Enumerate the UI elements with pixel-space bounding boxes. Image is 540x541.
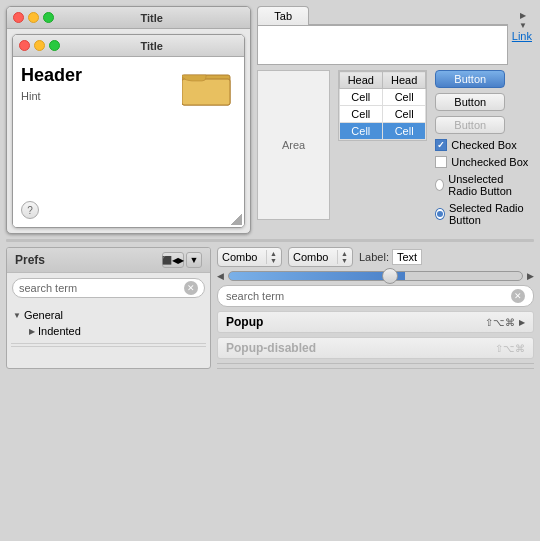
svg-rect-1 [182, 79, 230, 105]
help-button[interactable]: ? [21, 201, 39, 219]
zoom-button[interactable] [43, 12, 54, 23]
table-cell: Cell [339, 123, 382, 140]
prefs-dropdown-btn[interactable]: ▼ [186, 252, 202, 268]
table-row[interactable]: Cell Cell [339, 89, 426, 106]
section-separator [6, 239, 534, 242]
resize-handle[interactable] [230, 213, 242, 225]
radio-unselected-label: Unselected Radio Button [448, 173, 534, 197]
minimize-button[interactable] [28, 12, 39, 23]
area-panel: Area [257, 70, 329, 220]
checkbox-unchecked[interactable] [435, 156, 447, 168]
checkbox-checked[interactable]: ✓ [435, 139, 447, 151]
slider-left-icon[interactable]: ◀ [217, 271, 224, 281]
slider-right-icon[interactable]: ▶ [527, 271, 534, 281]
prefs-search-field[interactable]: ✕ [12, 278, 205, 298]
traffic-lights [13, 12, 54, 23]
prefs-nav: ⬛◀▶ ▼ [162, 252, 202, 268]
prefs-list: ▼ General ▶ Indented [7, 303, 210, 351]
inner-window: Title Header Hint [12, 34, 245, 228]
combo-box-1[interactable]: Combo ▲ ▼ [217, 247, 282, 267]
tab-tab[interactable]: Tab [257, 6, 309, 25]
label-value: Text [392, 249, 422, 265]
label-static: Label: [359, 251, 389, 263]
inner-close-button[interactable] [19, 40, 30, 51]
link-button[interactable]: Link [512, 30, 532, 42]
inner-minimize-button[interactable] [34, 40, 45, 51]
controls-row: Area Head Head Cell [257, 70, 534, 226]
expand-icon: ▼ [13, 311, 21, 320]
radio-selected-label: Selected Radio Button [449, 202, 534, 226]
inner-zoom-button[interactable] [49, 40, 60, 51]
popup-disabled-keys: ⇧⌥⌘ [495, 343, 525, 354]
prefs-nav-btn-compound[interactable]: ⬛◀▶ [162, 252, 184, 268]
checkbox-row-checked: ✓ Checked Box [435, 139, 516, 151]
table-header-1: Head [339, 72, 382, 89]
bottom-separator [217, 363, 534, 364]
button-active[interactable]: Button [435, 70, 505, 88]
main-container: Title Title Header Hint [0, 0, 540, 541]
search-clear-icon: ✕ [514, 291, 522, 301]
combo-box-2[interactable]: Combo ▲ ▼ [288, 247, 353, 267]
radio-selected[interactable] [435, 208, 445, 220]
prefs-item-indented[interactable]: ▶ Indented [13, 323, 204, 339]
search-input-large[interactable] [226, 290, 508, 302]
popup-arrow-icon: ▶ [519, 318, 525, 327]
table-row[interactable]: Cell Cell [339, 106, 426, 123]
radio-row-unselected: Unselected Radio Button [435, 173, 534, 197]
prefs-header: Prefs ⬛◀▶ ▼ [7, 248, 210, 273]
tab-next-icon[interactable]: ▶ [516, 10, 530, 20]
prefs-group-general: ▼ General ▶ Indented [7, 305, 210, 341]
popup-disabled-label: Popup-disabled [226, 341, 495, 355]
folder-icon [182, 67, 232, 107]
slider-thumb[interactable] [382, 268, 398, 284]
combo-2-label: Combo [293, 251, 328, 263]
right-bottom: Combo ▲ ▼ Combo ▲ ▼ Label: Text [217, 247, 534, 369]
tab-content [257, 25, 507, 65]
button-disabled[interactable]: Button [435, 116, 505, 134]
prefs-title: Prefs [15, 253, 158, 267]
radio-row-selected: Selected Radio Button [435, 202, 534, 226]
inner-content: Header Hint ? [13, 57, 244, 227]
question-area: ? [21, 201, 39, 219]
prefs-search-input[interactable] [19, 282, 181, 294]
table-cell: Cell [339, 106, 382, 123]
slider-row: ◀ ▶ [217, 271, 534, 281]
table-cell: Cell [339, 89, 382, 106]
top-area: Title Title Header Hint [6, 6, 534, 234]
button-normal[interactable]: Button [435, 93, 505, 111]
slider-track[interactable] [228, 271, 523, 281]
tab-prev-icon[interactable]: ▼ [516, 20, 530, 30]
combo-label-row: Combo ▲ ▼ Combo ▲ ▼ Label: Text [217, 247, 534, 267]
outer-window: Title Title Header Hint [6, 6, 251, 234]
table-cell: Cell [382, 123, 425, 140]
outer-window-title: Title [59, 12, 244, 24]
table-cell: Cell [382, 89, 425, 106]
popup-row-disabled[interactable]: Popup-disabled ⇧⌥⌘ [217, 337, 534, 359]
prefs-search-clear[interactable]: ✕ [184, 281, 198, 295]
radio-unselected[interactable] [435, 179, 444, 191]
label-field: Label: Text [359, 249, 422, 265]
tab-row: Tab ▶ ▼ Link [257, 6, 534, 65]
table-row-highlighted[interactable]: Cell Cell [339, 123, 426, 140]
prefs-group-header[interactable]: ▼ General [13, 307, 204, 323]
popup-keys: ⇧⌥⌘ [485, 317, 515, 328]
data-table: Head Head Cell Cell Cell Cell [339, 71, 427, 140]
close-button[interactable] [13, 12, 24, 23]
bottom-area: Prefs ⬛◀▶ ▼ ✕ ▼ General [6, 247, 534, 369]
radio-selected-inner [437, 211, 443, 217]
inner-window-title: Title [65, 40, 238, 52]
popup-row-active[interactable]: Popup ⇧⌥⌘ ▶ [217, 311, 534, 333]
tab-nav: ▶ ▼ Link [512, 6, 534, 42]
table-header-2: Head [382, 72, 425, 89]
combo-2-arrows: ▲ ▼ [337, 250, 348, 264]
prefs-item-row: ▶ Indented [29, 325, 188, 337]
search-clear-large[interactable]: ✕ [511, 289, 525, 303]
prefs-separator-2 [11, 346, 206, 347]
checkbox-checked-label: Checked Box [451, 139, 516, 151]
search-field-large[interactable]: ✕ [217, 285, 534, 307]
checkbox-unchecked-label: Unchecked Box [451, 156, 528, 168]
close-icon: ✕ [187, 283, 195, 293]
combo-down-icon: ▼ [270, 257, 277, 264]
outer-titlebar: Title [7, 7, 250, 29]
combo-1-arrows: ▲ ▼ [266, 250, 277, 264]
